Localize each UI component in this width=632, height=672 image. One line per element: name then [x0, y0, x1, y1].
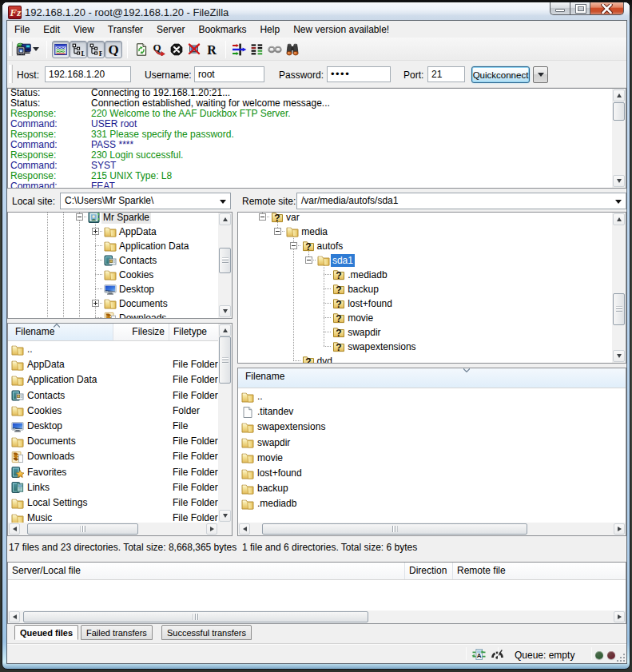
- remote-tree-item-dvd[interactable]: dvd: [238, 354, 626, 364]
- maximize-button[interactable]: [570, 2, 590, 15]
- remote-file-row-movie[interactable]: movie: [238, 451, 626, 466]
- column-header-filename[interactable]: Filename: [238, 368, 626, 388]
- toggle-message-log-button[interactable]: [52, 41, 70, 58]
- quickconnect-button[interactable]: Quickconnect: [471, 66, 530, 83]
- local-tree-vertical-scrollbar[interactable]: [218, 213, 232, 318]
- remote-tree-item-backup[interactable]: backup: [238, 282, 626, 296]
- remote-tree-item-var[interactable]: var: [238, 212, 626, 225]
- tab-failed-transfers[interactable]: Failed transfers: [81, 625, 153, 640]
- process-queue-button[interactable]: [150, 40, 168, 59]
- scroll-right-button[interactable]: [206, 523, 217, 535]
- local-file-row-music[interactable]: MusicFile Folder: [8, 511, 218, 523]
- scroll-right-button[interactable]: [614, 523, 625, 535]
- local-file-row-documents[interactable]: DocumentsFile Folder: [8, 434, 218, 449]
- port-input[interactable]: 21: [427, 66, 465, 82]
- scroll-up-button[interactable]: [613, 89, 625, 101]
- transfer-queue[interactable]: Server/Local fileDirectionRemote file: [7, 562, 626, 624]
- title-bar[interactable]: 192.168.1.20 - root@192.168.1.20 - FileZ…: [2, 2, 630, 22]
- scrollbar-thumb[interactable]: [23, 611, 368, 622]
- menu-item-transfer[interactable]: Transfer: [101, 22, 149, 38]
- toolbar-grip[interactable]: [9, 42, 13, 56]
- queue-column-direction[interactable]: Direction: [405, 563, 453, 579]
- local-file-list[interactable]: FilenameFilesizeFiletype..AppDataFile Fo…: [7, 323, 233, 536]
- collapse-icon[interactable]: [76, 213, 83, 221]
- menu-item-view[interactable]: View: [66, 22, 101, 38]
- remote-tree-item-autofs[interactable]: autofs: [238, 239, 626, 253]
- remote-tree-item-swapextensions[interactable]: swapextensions: [238, 340, 626, 354]
- scroll-down-button[interactable]: [613, 175, 625, 187]
- local-file-row-local-settings[interactable]: Local SettingsFile Folder: [8, 495, 218, 511]
- reconnect-button[interactable]: [203, 40, 221, 59]
- scroll-up-button[interactable]: [219, 213, 231, 225]
- scroll-left-button[interactable]: [9, 611, 20, 622]
- collapse-icon[interactable]: [274, 228, 281, 235]
- local-tree-item-application-data[interactable]: Application Data: [8, 239, 232, 253]
- menu-item-help[interactable]: Help: [252, 22, 286, 38]
- menu-item-bookmarks[interactable]: Bookmarks: [191, 22, 252, 38]
- scroll-right-button[interactable]: [614, 611, 625, 622]
- tab-successful-transfers[interactable]: Successful transfers: [161, 625, 252, 640]
- remote-tree-vertical-scrollbar[interactable]: [612, 213, 626, 363]
- remote-file-row--titandev[interactable]: .titandev: [238, 404, 626, 420]
- local-file-row-desktop[interactable]: DesktopFile: [8, 419, 218, 434]
- directory-comparison-button[interactable]: [231, 40, 248, 59]
- scroll-down-button[interactable]: [219, 510, 231, 522]
- local-file-row-contacts[interactable]: ContactsFile Folder: [8, 388, 218, 404]
- synchronized-browsing-button[interactable]: [266, 40, 284, 59]
- scrollbar-thumb[interactable]: [219, 336, 231, 384]
- local-tree-item-mr-sparkle[interactable]: Mr Sparkle: [8, 212, 232, 225]
- host-input[interactable]: 192.168.1.20: [45, 66, 131, 82]
- transfer-type-icon[interactable]: [471, 648, 487, 661]
- remote-file-row--mediadb[interactable]: .mediadb: [238, 496, 626, 511]
- remote-tree-item--mediadb[interactable]: .mediadb: [238, 268, 626, 282]
- scroll-up-button[interactable]: [219, 324, 231, 336]
- disconnect-button[interactable]: [185, 40, 203, 59]
- remote-site-combobox[interactable]: /var/media/autofs/sda1: [296, 193, 626, 209]
- remote-tree-item-media[interactable]: media: [238, 225, 626, 239]
- remote-tree-item-lost-found[interactable]: lost+found: [238, 296, 626, 311]
- site-manager-dropdown[interactable]: [33, 40, 40, 59]
- remote-file-row-swapextensions[interactable]: swapextensions: [238, 420, 626, 435]
- tab-queued-files[interactable]: Queued files: [14, 625, 78, 640]
- scrollbar-thumb[interactable]: [613, 102, 625, 121]
- remote-file-row--[interactable]: ..: [238, 389, 626, 404]
- remote-tree-item-swapdir[interactable]: swapdir: [238, 325, 626, 340]
- scrollbar-thumb[interactable]: [219, 248, 231, 273]
- scroll-up-button[interactable]: [613, 213, 625, 225]
- menu-item-file[interactable]: File: [7, 22, 36, 38]
- local-tree-item-cookies[interactable]: Cookies: [8, 268, 232, 282]
- column-header-filesize[interactable]: Filesize: [113, 324, 169, 340]
- username-input[interactable]: root: [194, 66, 264, 82]
- message-log[interactable]: Status:Connecting to 192.168.1.20:21...S…: [7, 88, 626, 189]
- queue-horizontal-scrollbar[interactable]: [8, 610, 626, 623]
- local-tree-item-desktop[interactable]: Desktop: [8, 282, 232, 296]
- local-file-row-cookies[interactable]: CookiesFolder: [8, 404, 218, 419]
- local-file-row--[interactable]: ..: [8, 342, 218, 357]
- queue-column-remote-file[interactable]: Remote file: [453, 563, 626, 579]
- menu-item-edit[interactable]: Edit: [36, 22, 66, 38]
- local-tree-item-appdata[interactable]: AppData: [8, 225, 232, 239]
- scrollbar-thumb[interactable]: [613, 293, 625, 325]
- local-tree-item-contacts[interactable]: Contacts: [8, 253, 232, 268]
- scroll-left-button[interactable]: [9, 523, 20, 535]
- remote-list-horizontal-scrollbar[interactable]: [238, 523, 626, 535]
- quickconnect-grip[interactable]: [9, 65, 13, 83]
- toggle-remote-tree-button[interactable]: F: [87, 41, 105, 58]
- local-file-row-favorites[interactable]: FavoritesFile Folder: [8, 465, 218, 480]
- remote-tree-item-movie[interactable]: movie: [238, 311, 626, 325]
- close-button[interactable]: [590, 2, 624, 15]
- find-files-button[interactable]: [284, 40, 301, 59]
- local-file-row-links[interactable]: LinksFile Folder: [8, 480, 218, 495]
- menu-item-new-version-available[interactable]: New version available!: [286, 22, 395, 38]
- remote-directory-tree[interactable]: varmediaautofssda1.mediadbbackuplost+fou…: [237, 212, 626, 364]
- local-file-row-appdata[interactable]: AppDataFile Folder: [8, 357, 218, 372]
- collapse-icon[interactable]: [259, 213, 266, 221]
- resize-grip[interactable]: [616, 653, 626, 662]
- password-input[interactable]: ••••: [327, 66, 391, 82]
- local-list-horizontal-scrollbar[interactable]: [8, 523, 218, 535]
- local-tree-item-documents[interactable]: Documents: [8, 296, 232, 311]
- collapse-icon[interactable]: [305, 256, 312, 264]
- site-manager-button[interactable]: [15, 40, 33, 59]
- local-directory-tree[interactable]: Mr SparkleAppDataApplication DataContact…: [7, 212, 233, 319]
- expand-icon[interactable]: [92, 228, 99, 235]
